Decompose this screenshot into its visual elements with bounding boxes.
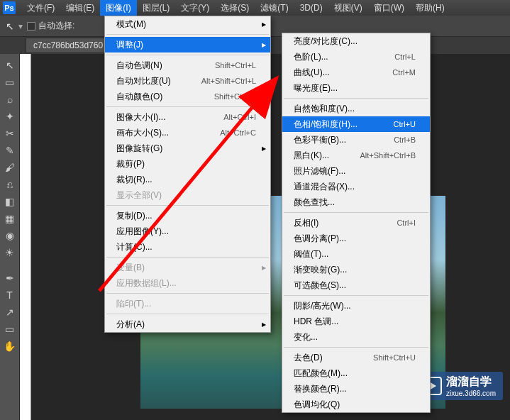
menu-item[interactable]: 亮度/对比度(C)... [282,33,430,49]
auto-select-checkbox[interactable]: 自动选择: [27,20,74,32]
tool-preset-dropdown[interactable]: ▾ [18,21,23,31]
menu-item[interactable]: 图像旋转(G) [105,140,270,156]
menu-item-label: 自动对比度(U) [116,75,171,87]
menu-item[interactable]: 图像大小(I)...Alt+Ctrl+I [105,109,270,125]
watermark-text: 溜溜自学 [446,375,492,387]
menu-item[interactable]: 曝光度(E)... [282,80,430,96]
stamp-tool-icon[interactable]: ⎌ [1,177,18,192]
menu-item[interactable]: 应用图像(Y)... [105,223,270,239]
menu-1[interactable]: 编辑(E) [60,0,100,16]
menu-item-label: 分析(A) [116,319,145,331]
dodge-tool-icon[interactable]: ☀ [1,245,18,260]
menu-item-label: 变量(B) [116,262,145,274]
menu-item[interactable]: 自动颜色(O)Shift+Ctrl+B [105,89,270,104]
menubar: Ps 文件(F)编辑(E)图像(I)图层(L)文字(Y)选择(S)滤镜(T)3D… [0,0,510,16]
menu-item[interactable]: 阴影/高光(W)... [282,298,430,314]
menu-item: 变量(B) [105,260,270,275]
menu-item[interactable]: 可选颜色(S)... [282,277,430,293]
wand-tool-icon[interactable]: ✦ [1,109,18,124]
menu-item-label: 色彩平衡(B)... [294,134,346,146]
menu-item[interactable]: 色相/饱和度(H)...Ctrl+U [282,116,430,132]
menu-shortcut: Ctrl+I [397,219,416,227]
menu-item[interactable]: 反相(I)Ctrl+I [282,215,430,231]
pen-tool-icon[interactable]: ✒ [1,270,18,286]
menu-item[interactable]: 通道混合器(X)... [282,179,430,194]
hand-tool-icon[interactable]: ✋ [1,338,18,354]
menu-item-label: 通道混合器(X)... [294,181,355,193]
menu-separator [106,34,269,35]
path-tool-icon[interactable]: ↗ [1,304,18,320]
document-tab[interactable]: c7cc786bd53d760 [26,38,111,53]
menu-10[interactable]: 帮助(H) [410,0,450,16]
menu-item-label: 裁切(R)... [116,174,153,186]
menu-item[interactable]: 自动对比度(U)Alt+Shift+Ctrl+L [105,73,270,89]
menu-item-label: 调整(J) [116,39,143,51]
menu-0[interactable]: 文件(F) [21,0,60,16]
menu-separator [284,347,428,348]
menu-item[interactable]: 变化... [282,329,430,345]
menu-item[interactable]: 阈值(T)... [282,246,430,262]
menu-item[interactable]: 自动色调(N)Shift+Ctrl+L [105,57,270,73]
blur-tool-icon[interactable]: ◉ [1,228,18,243]
menu-item[interactable]: 颜色查找... [282,194,430,210]
menu-shortcut: Ctrl+L [394,52,416,61]
marquee-tool-icon[interactable]: ▭ [1,74,18,90]
menu-2[interactable]: 图像(I) [100,0,136,16]
menu-item-label: 模式(M) [116,18,146,31]
menu-item-label: 渐变映射(G)... [294,264,347,276]
menu-5[interactable]: 选择(S) [215,0,255,16]
menu-shortcut: Alt+Shift+Ctrl+B [360,151,416,160]
image-menu-dropdown: 模式(M)调整(J)自动色调(N)Shift+Ctrl+L自动对比度(U)Alt… [104,16,271,333]
menu-item[interactable]: 调整(J) [105,37,270,52]
menu-item[interactable]: 色调均化(Q) [282,397,430,412]
crop-tool-icon[interactable]: ✂ [1,126,18,141]
menu-item[interactable]: 裁剪(P) [105,156,270,172]
menu-3[interactable]: 图层(L) [137,0,176,16]
menu-item: 陷印(T)... [105,296,270,311]
eyedropper-tool-icon[interactable]: ✎ [1,143,18,158]
type-tool-icon[interactable]: T [1,287,18,303]
menu-item-label: 变化... [294,331,318,343]
move-tool-icon[interactable]: ↖ [1,57,18,73]
menu-item[interactable]: 匹配颜色(M)... [282,365,430,381]
menu-item[interactable]: 替换颜色(R)... [282,381,430,397]
menu-item-label: 替换颜色(R)... [294,383,347,395]
menu-item[interactable]: 黑白(K)...Alt+Shift+Ctrl+B [282,148,430,163]
menu-item-label: 画布大小(S)... [116,127,169,139]
menu-item[interactable]: 曲线(U)...Ctrl+M [282,65,430,80]
menu-7[interactable]: 3D(D) [294,0,328,16]
menu-item-label: 反相(I) [294,217,318,229]
brush-tool-icon[interactable]: 🖌 [1,160,18,175]
menu-item-label: 自动颜色(O) [116,91,162,103]
menu-item-label: 阴影/高光(W)... [294,300,351,312]
menu-shortcut: Shift+Ctrl+L [215,61,256,70]
menu-separator [106,55,269,55]
menu-item[interactable]: 色彩平衡(B)...Ctrl+B [282,132,430,148]
menu-shortcut: Alt+Ctrl+I [223,113,256,121]
menu-item[interactable]: 计算(C)... [105,239,270,255]
eraser-tool-icon[interactable]: ◧ [1,194,18,209]
menu-separator [106,314,269,314]
menu-item[interactable]: HDR 色调... [282,314,430,329]
menu-8[interactable]: 视图(V) [328,0,368,16]
menu-item[interactable]: 照片滤镜(F)... [282,163,430,179]
menu-item[interactable]: 自然饱和度(V)... [282,101,430,116]
menu-4[interactable]: 文字(Y) [175,0,215,16]
menu-9[interactable]: 窗口(W) [368,0,410,16]
menu-separator [284,212,428,213]
menu-item[interactable]: 复制(D)... [105,208,270,223]
menu-6[interactable]: 滤镜(T) [255,0,294,16]
lasso-tool-icon[interactable]: ⌕ [1,92,18,107]
shape-tool-icon[interactable]: ▭ [1,321,18,337]
menu-item[interactable]: 渐变映射(G)... [282,262,430,277]
menu-item[interactable]: 分析(A) [105,316,270,332]
menu-item[interactable]: 模式(M) [105,16,270,32]
watermark-url: zixue.3d66.com [446,389,496,397]
menu-item[interactable]: 裁切(R)... [105,172,270,187]
menu-item[interactable]: 去色(D)Shift+Ctrl+U [282,350,430,365]
menu-item[interactable]: 色阶(L)...Ctrl+L [282,49,430,65]
menu-item[interactable]: 画布大小(S)...Alt+Ctrl+C [105,125,270,140]
gradient-tool-icon[interactable]: ▦ [1,211,18,226]
menu-item[interactable]: 色调分离(P)... [282,231,430,246]
menu-item: 应用数据组(L)... [105,275,270,291]
